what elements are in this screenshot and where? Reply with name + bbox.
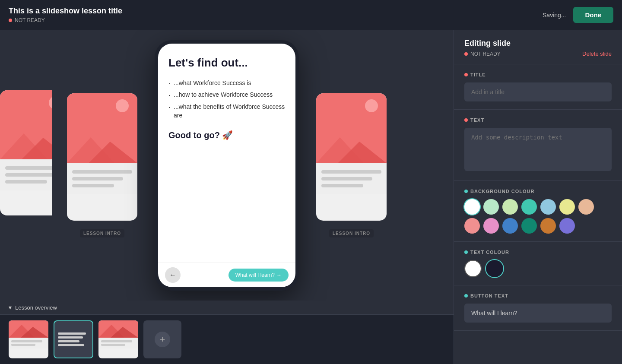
right-labeled-slide: LESSON INTRO (316, 93, 387, 237)
panel-status-left: NOT READY (464, 51, 501, 57)
panel-status-dot (464, 52, 468, 56)
bg-colour-section: BACKGROUND COLOUR (454, 181, 622, 242)
title-section-label: TITLE (464, 72, 612, 77)
header-status: NOT READY (9, 17, 122, 23)
color-swatch-purple[interactable] (559, 218, 575, 234)
color-swatch-dark-teal[interactable] (521, 218, 537, 234)
color-swatch-white[interactable] (464, 199, 480, 215)
slide-line-2 (5, 173, 52, 177)
text-section-label: TEXT (464, 117, 612, 123)
sun-decoration (49, 96, 52, 109)
bullet-3: ...what the benefits of Workforce Succes… (168, 103, 285, 120)
thumbnail-3[interactable] (98, 320, 138, 358)
color-swatch-yellow[interactable] (559, 199, 575, 215)
left-arrow-icon: ← (169, 271, 176, 279)
slide-label-right: LESSON INTRO (329, 229, 374, 237)
phone-screen: Let's find out... ...what Workforce Succ… (158, 44, 295, 287)
done-button[interactable]: Done (573, 7, 614, 23)
text-color-dark[interactable] (486, 260, 503, 277)
right-panel: Editing slide NOT READY Delete slide TIT… (454, 30, 622, 364)
button-text-label: BUTTON TEXT (464, 293, 612, 298)
header-left: This is a slideshow lesson title NOT REA… (9, 6, 122, 23)
thumb-3-bottom (98, 338, 138, 348)
left-labeled-slide: LESSON INTRO (67, 93, 137, 237)
color-swatch-pink[interactable] (483, 218, 499, 234)
button-text-input[interactable] (464, 304, 612, 323)
bg-colour-text: BACKGROUND COLOUR (470, 189, 534, 194)
panel-status-row: NOT READY Delete slide (464, 51, 612, 57)
lesson-overview-label: Lesson overview (15, 304, 57, 311)
thumb-2-content (54, 321, 92, 358)
next-button[interactable]: What will I learn? → (228, 269, 289, 282)
slide-bottom-left (67, 163, 137, 194)
title-label-text: TITLE (470, 72, 486, 77)
thumb-3-top (98, 320, 138, 338)
prev-arrow[interactable]: ← (165, 267, 181, 283)
slide-content-area (0, 159, 52, 190)
color-swatch-blue[interactable] (502, 218, 518, 234)
slide-heading: Let's find out... (168, 56, 285, 70)
slide-card-right[interactable] (316, 93, 387, 221)
thumbnail-2[interactable] (54, 320, 93, 358)
thumbnail-1[interactable] (9, 320, 48, 358)
thumb-1-top (9, 320, 48, 338)
text-colour-swatches (464, 260, 612, 277)
mountain-left (67, 129, 137, 163)
slide-card-left[interactable] (67, 93, 137, 221)
text-dot (464, 118, 468, 122)
phone-content: Let's find out... ...what Workforce Succ… (158, 44, 295, 263)
text-colour-dot (464, 250, 468, 254)
color-swatch-light-blue[interactable] (540, 199, 556, 215)
plus-symbol: + (160, 334, 165, 345)
color-swatch-teal[interactable] (521, 199, 537, 215)
title-input[interactable] (464, 82, 612, 101)
main-layout: LESSON INTRO Let's find out... ...what W… (0, 30, 622, 364)
app-header: This is a slideshow lesson title NOT REA… (0, 0, 622, 30)
color-swatch-salmon[interactable] (464, 218, 480, 234)
slide-line-3 (5, 180, 47, 184)
color-swatch-peach[interactable] (578, 199, 594, 215)
side-slide-left[interactable] (0, 90, 52, 215)
chevron-down-icon: ▾ (9, 304, 12, 311)
color-swatch-orange[interactable] (540, 218, 556, 234)
slide-image-left (67, 93, 137, 163)
text-colour-text: TEXT COLOUR (470, 250, 509, 255)
bullet-2: ...how to achieve Workforce Success (168, 91, 285, 99)
slide-line-1 (5, 166, 52, 170)
color-swatch-light-green[interactable] (502, 199, 518, 215)
phone-navigation: ← What will I learn? → (158, 263, 295, 287)
bg-colour-dot (464, 190, 468, 193)
button-text-dot (464, 294, 468, 298)
mountain-decoration (0, 125, 52, 159)
mountain-right (316, 129, 387, 163)
right-arrow-icon: → (276, 272, 282, 278)
panel-title: Editing slide (464, 39, 612, 48)
bullet-1: ...what Workforce Success is (168, 79, 285, 88)
thumbnail-strip: + (0, 314, 454, 364)
left-slide-partial[interactable] (0, 90, 52, 215)
canvas-area: LESSON INTRO Let's find out... ...what W… (0, 30, 454, 364)
sun-right (365, 99, 378, 112)
phone-mockup: Let's find out... ...what Workforce Succ… (155, 40, 299, 291)
thumb-1-bottom (9, 338, 48, 348)
button-text-label-text: BUTTON TEXT (470, 293, 508, 298)
lesson-title: This is a slideshow lesson title (9, 6, 122, 16)
slide-label-left: LESSON INTRO (80, 229, 124, 237)
color-swatch-mint[interactable] (483, 199, 499, 215)
thumb-mountain-3 (98, 320, 138, 338)
text-colour-label: TEXT COLOUR (464, 250, 612, 255)
bg-colour-label: BACKGROUND COLOUR (464, 189, 612, 194)
text-label-text: TEXT (470, 117, 484, 123)
panel-status-text: NOT READY (470, 51, 501, 57)
slide-bottom-right (316, 163, 387, 194)
sun-left (116, 99, 129, 112)
text-color-white[interactable] (464, 260, 482, 277)
add-slide-button[interactable]: + (143, 320, 181, 358)
slide-bullets: ...what Workforce Success is ...how to a… (168, 79, 285, 120)
delete-slide-button[interactable]: Delete slide (582, 51, 612, 57)
status-dot (9, 19, 12, 22)
next-button-label: What will I learn? (235, 272, 275, 278)
slide-viewer: LESSON INTRO Let's find out... ...what W… (0, 30, 454, 301)
text-textarea[interactable] (464, 128, 612, 171)
lesson-overview-bar[interactable]: ▾ Lesson overview (0, 301, 454, 314)
